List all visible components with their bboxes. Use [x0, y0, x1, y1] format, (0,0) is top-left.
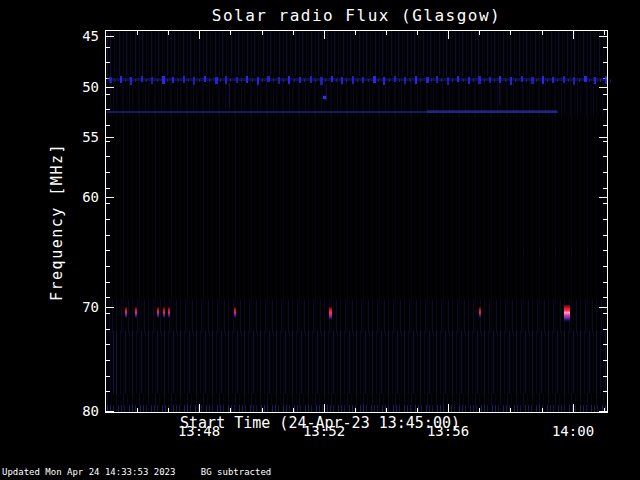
spectrogram-window: Solar radio Flux (Glasgow) Frequency [MH…: [0, 0, 640, 480]
calibration-pulse-minor: [378, 79, 379, 82]
calibration-pulse-minor: [494, 79, 495, 82]
spectrogram-noise-layer: [107, 31, 606, 76]
y-tick: [106, 329, 110, 330]
y-axis-title: Frequency [MHz]: [48, 143, 66, 301]
calibration-pulse: [246, 76, 248, 83]
y-tick: [106, 219, 110, 220]
calibration-pulse-minor: [368, 79, 369, 82]
calibration-pulse-minor: [315, 79, 316, 82]
calibration-pulse: [331, 76, 333, 82]
y-tick: [603, 203, 607, 204]
rfi-burst-mark: [329, 307, 332, 320]
calibration-pulse-minor: [262, 79, 263, 82]
y-tick: [106, 307, 114, 308]
calibration-pulse: [162, 76, 165, 84]
calibration-pulse-minor: [167, 79, 168, 82]
status-bar: Updated Mon Apr 24 14:33:53 2023 BG subt…: [2, 467, 271, 477]
calibration-pulse-minor: [505, 79, 506, 82]
x-tick: [324, 31, 325, 39]
calibration-pulse: [141, 76, 143, 82]
x-tick: [386, 408, 387, 412]
calibration-pulse: [605, 76, 607, 84]
x-tick: [230, 31, 231, 35]
calibration-pulse: [299, 77, 301, 83]
rfi-burst-mark: [168, 307, 170, 318]
rfi-burst-mark: [135, 307, 137, 318]
calibration-pulse-minor: [463, 79, 464, 82]
calibration-pulse-minor: [484, 79, 485, 82]
y-tick: [599, 411, 607, 412]
calibration-pulse-minor: [220, 79, 221, 82]
x-tick: [355, 408, 356, 412]
calibration-pulse: [404, 77, 406, 84]
y-tick: [603, 94, 607, 95]
x-tick: [479, 408, 480, 412]
x-tick: [168, 408, 169, 412]
calibration-pulse: [447, 77, 449, 85]
y-tick: [106, 47, 110, 48]
x-tick: [293, 408, 294, 412]
y-tick: [599, 36, 607, 37]
y-tick: [603, 235, 607, 236]
calibration-pulse-minor: [146, 79, 147, 82]
x-tick: [510, 408, 511, 412]
calibration-pulse-minor: [357, 79, 358, 82]
calibration-pulse-minor: [389, 79, 390, 82]
calibration-pulse-minor: [441, 79, 442, 82]
calibration-pulse-minor: [336, 79, 337, 82]
y-tick: [106, 235, 110, 236]
x-tick: [137, 31, 138, 35]
y-tick: [603, 376, 607, 377]
y-tick-label: 70: [63, 299, 99, 315]
x-tick: [604, 31, 605, 35]
calibration-pulse: [415, 76, 417, 84]
y-tick: [106, 156, 110, 157]
y-tick: [603, 344, 607, 345]
calibration-pulse: [183, 76, 185, 83]
calibration-pulse-minor: [610, 79, 611, 82]
calibration-pulse-minor: [515, 79, 516, 82]
y-tick: [106, 87, 114, 88]
y-tick: [106, 391, 110, 392]
x-tick: [542, 31, 543, 35]
calibration-pulse-minor: [178, 79, 179, 82]
rfi-burst-mark: [157, 307, 159, 318]
calibration-pulse: [172, 77, 174, 83]
spectrogram-noise-layer: [107, 299, 606, 333]
y-tick: [106, 137, 114, 138]
calibration-pulse-minor: [199, 79, 200, 82]
y-tick-label: 55: [63, 129, 99, 145]
calibration-pulse-minor: [241, 79, 242, 82]
calibration-pulse: [552, 77, 554, 83]
interference-streak: [229, 83, 230, 107]
calibration-pulse-minor: [526, 79, 527, 82]
x-tick: [199, 31, 200, 39]
calibration-pulse-minor: [294, 79, 295, 82]
calibration-pulse: [531, 77, 534, 84]
rfi-burst-mark: [564, 305, 570, 322]
y-tick: [603, 125, 607, 126]
x-tick: [293, 31, 294, 35]
calibration-pulse: [489, 77, 491, 83]
y-tick: [603, 47, 607, 48]
calibration-pulse: [563, 76, 565, 83]
spectrogram-noise-layer: [107, 331, 606, 394]
y-tick: [603, 313, 607, 314]
x-axis-title: Start Time (24-Apr-23 13:45:00): [0, 414, 640, 432]
calibration-pulse: [394, 76, 396, 82]
x-tick: [168, 31, 169, 35]
spectrogram-noise-layer: [107, 394, 606, 406]
interference-streak: [499, 83, 500, 105]
y-tick: [603, 391, 607, 392]
y-tick: [603, 188, 607, 189]
status-updated: Updated Mon Apr 24 14:33:53 2023: [2, 467, 175, 477]
y-tick: [106, 197, 114, 198]
x-tick: [479, 31, 480, 35]
calibration-pulse-minor: [325, 79, 326, 82]
calibration-pulse: [521, 76, 523, 82]
x-tick: [230, 408, 231, 412]
calibration-pulse: [594, 77, 596, 84]
calibration-pulse-minor: [283, 79, 284, 82]
y-tick: [106, 125, 110, 126]
calibration-pulse: [151, 77, 153, 84]
